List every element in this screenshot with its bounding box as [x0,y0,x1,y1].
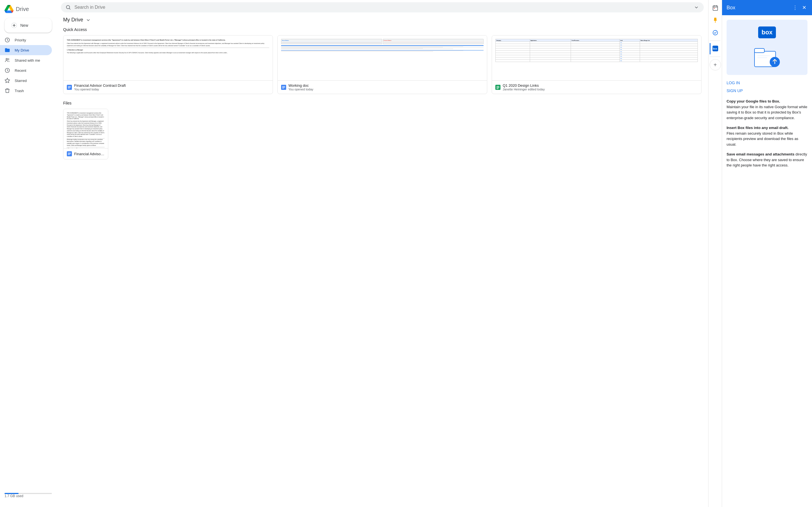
svg-rect-21 [68,154,71,154]
panel-feature-0: Copy your Google files to Box. Maintain … [726,99,808,121]
quick-access-grid: THIS AGREEMENT to investment management … [63,35,702,94]
svg-rect-12 [282,87,285,88]
svg-rect-9 [68,88,70,89]
folder-icon [4,47,10,53]
panel-close-button[interactable]: ✕ [801,3,808,12]
svg-rect-11 [282,86,285,87]
sidebar-item-my-drive-label: My Drive [15,48,29,52]
search-bar[interactable] [61,2,704,12]
panel-feature-2-heading: Save email messages and attachments [726,152,795,156]
file-card-name-2: Q1 2020 Design Links [503,83,698,88]
file-docs-icon-0 [67,151,72,156]
panel-signup-button[interactable]: SIGN UP [726,87,743,94]
svg-point-3 [8,59,9,60]
sidebar-item-recent-label: Recent [15,68,26,73]
box-logo-text: box [758,26,776,38]
file-card-0[interactable]: THIS AGREEMENT to investment management … [63,35,273,94]
sidebar-item-recent[interactable]: Recent [0,65,52,75]
svg-rect-22 [68,154,70,155]
panel-feature-2: Save email messages and attachments dire… [726,152,808,168]
search-dropdown-icon[interactable] [694,4,699,10]
svg-rect-20 [68,153,71,153]
panel-header: Box ⋮ ✕ [722,0,812,15]
panel-feature-1-heading: Insert Box files into any email draft. [726,126,789,130]
file-card-2[interactable]: Category Application Free/Premium Link N… [492,35,702,94]
panel-logo-area: box [726,20,808,75]
right-panel: Box ⋮ ✕ box LOG IN SIGN UP [722,0,812,507]
file-item-0[interactable]: THIS AGREEMENT to investment management … [63,109,108,159]
svg-point-25 [713,31,718,35]
svg-rect-8 [68,87,71,88]
side-strip-add-apps[interactable]: + [710,59,721,70]
side-strip-tasks[interactable] [710,27,721,38]
drive-logo-icon [4,4,13,13]
file-card-details-0: Financial Advisor Contract Draft You ope… [74,83,269,91]
file-card-info-0: Financial Advisor Contract Draft You ope… [63,80,273,94]
svg-rect-15 [497,86,500,87]
svg-rect-29 [755,48,764,53]
content-area: My Drive Quick Access THIS AGREEMENT to … [56,15,708,162]
search-input[interactable] [74,5,690,10]
file-card-meta-1: You opened today [289,88,484,91]
sidebar-item-trash[interactable]: Trash [0,86,52,96]
storage-section: 1.7 GB used [0,489,56,505]
file-item-info-0: Financial Advisor Contract Dr... [63,149,108,159]
panel-title: Box [726,5,735,11]
side-strip-keep[interactable] [710,15,721,26]
new-button-label: New [20,23,28,27]
files-section: Files THIS AGREEMENT to investment manag… [63,101,702,159]
file-card-info-2: Q1 2020 Design Links Janette Heininger e… [492,80,701,94]
file-card-details-2: Q1 2020 Design Links Janette Heininger e… [503,83,698,91]
sidebar: Drive New Priority My Drive Shared with … [0,0,56,507]
people-icon [4,57,10,63]
file-item-preview-0: THIS AGREEMENT to investment management … [63,109,108,149]
svg-rect-32 [757,57,767,58]
svg-rect-7 [68,86,71,87]
plus-icon [11,22,17,28]
sidebar-item-trash-label: Trash [15,89,24,93]
panel-feature-1: Insert Box files into any email draft. F… [726,125,808,147]
file-card-1[interactable]: Given Notice Current Status [277,35,487,94]
file-card-meta-0: You opened today [74,88,269,91]
search-icon [65,4,71,10]
svg-text:box: box [713,48,717,50]
sidebar-item-priority-label: Priority [15,38,26,42]
sidebar-item-shared[interactable]: Shared with me [0,55,52,65]
file-item-name-0: Financial Advisor Contract Dr... [74,152,105,156]
panel-more-button[interactable]: ⋮ [792,3,799,12]
new-button[interactable]: New [4,18,52,33]
app-logo: Drive [0,2,56,18]
panel-feature-1-body: Files remain securely stored in Box whil… [726,131,798,147]
page-title-dropdown-icon[interactable] [86,17,91,23]
side-strip-divider [710,41,721,41]
svg-point-2 [6,58,7,60]
sidebar-item-starred[interactable]: Starred [0,75,52,86]
file-card-preview-1: Given Notice Current Status [278,36,487,80]
side-strip-box[interactable]: box [710,43,721,54]
svg-rect-18 [497,89,499,89]
svg-rect-24 [714,8,715,9]
svg-rect-13 [282,88,284,89]
box-app-icon: box [712,46,719,52]
side-strip-divider-2 [710,57,721,57]
sidebar-item-shared-label: Shared with me [15,58,40,62]
page-header: My Drive [63,17,702,23]
side-strip: box + [708,0,722,507]
sheets-icon-2 [495,85,500,90]
files-section-title: Files [63,101,702,105]
main-content: My Drive Quick Access THIS AGREEMENT to … [56,0,708,507]
docs-icon-0 [67,85,72,90]
sidebar-item-my-drive[interactable]: My Drive [0,45,52,55]
file-card-preview-0: THIS AGREEMENT to investment management … [63,36,273,80]
svg-rect-23 [713,6,718,10]
clock-icon [4,37,10,43]
file-item-details-0: Financial Advisor Contract Dr... [74,152,105,156]
panel-login-button[interactable]: LOG IN [726,79,740,86]
sidebar-item-starred-label: Starred [15,78,27,83]
quick-access-title: Quick Access [63,27,702,32]
side-strip-calendar[interactable] [710,2,721,13]
panel-content: box LOG IN SIGN UP Copy your Google file… [722,15,812,507]
sidebar-item-priority[interactable]: Priority [0,35,52,45]
sidebar-nav: Priority My Drive Shared with me Recent … [0,35,56,96]
file-card-name-1: Working doc [289,83,484,88]
